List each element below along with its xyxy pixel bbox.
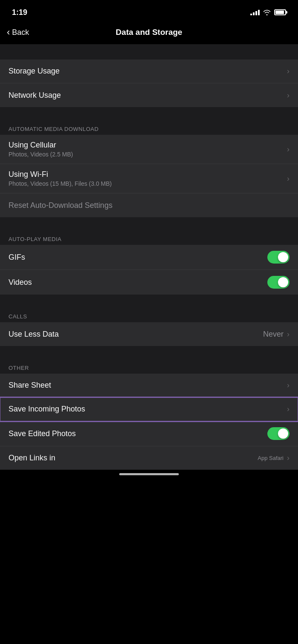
home-bar <box>119 473 179 475</box>
share-sheet-chevron: › <box>287 381 289 390</box>
storage-usage-chevron: › <box>287 67 289 76</box>
use-less-data-value: Never <box>263 330 284 339</box>
back-chevron-icon: ‹ <box>7 28 10 37</box>
using-cellular-subtitle: Photos, Videos (2.5 MB) <box>9 151 287 158</box>
save-incoming-photos-label: Save Incoming Photos <box>9 405 85 413</box>
reset-auto-download-item[interactable]: Reset Auto-Download Settings <box>0 193 298 217</box>
section-gap-top <box>0 44 298 60</box>
open-links-chevron: › <box>287 454 289 462</box>
gifs-item: GIFs <box>0 245 298 270</box>
save-incoming-photos-item[interactable]: Save Incoming Photos › <box>0 397 298 421</box>
reset-auto-download-label: Reset Auto-Download Settings <box>9 201 112 210</box>
save-edited-photos-toggle[interactable] <box>267 427 289 440</box>
page-title: Data and Storage <box>116 28 182 37</box>
other-header: OTHER <box>0 361 298 374</box>
auto-play-header: AUTO-PLAY MEDIA <box>0 233 298 245</box>
auto-play-gap <box>0 217 298 233</box>
calls-header: CALLS <box>0 310 298 322</box>
using-wifi-label: Using Wi-Fi <box>9 170 287 179</box>
use-less-data-label: Use Less Data <box>9 330 59 338</box>
signal-icon <box>250 9 260 15</box>
open-links-value: App Safari <box>258 455 284 461</box>
share-sheet-item[interactable]: Share Sheet › <box>0 374 298 397</box>
videos-label: Videos <box>9 278 32 287</box>
auto-download-header: AUTOMATIC MEDIA DOWNLOAD <box>0 122 298 135</box>
home-indicator <box>0 470 298 478</box>
share-sheet-label: Share Sheet <box>9 381 51 389</box>
status-bar: 1:19 <box>0 0 298 22</box>
wifi-icon <box>263 9 271 15</box>
auto-download-section: Using Cellular Photos, Videos (2.5 MB) ›… <box>0 135 298 217</box>
network-usage-item[interactable]: Network Usage › <box>0 83 298 107</box>
using-cellular-item[interactable]: Using Cellular Photos, Videos (2.5 MB) › <box>0 135 298 164</box>
storage-usage-item[interactable]: Storage Usage › <box>0 60 298 83</box>
calls-gap <box>0 295 298 310</box>
videos-toggle[interactable] <box>267 276 289 289</box>
back-label: Back <box>12 28 29 37</box>
storage-section: Storage Usage › Network Usage › <box>0 60 298 107</box>
gifs-toggle[interactable] <box>267 251 289 264</box>
videos-toggle-knob <box>278 277 288 287</box>
auto-play-section: GIFs Videos <box>0 245 298 295</box>
use-less-data-chevron: › <box>287 330 289 339</box>
using-wifi-item[interactable]: Using Wi-Fi Photos, Videos (15 MB), File… <box>0 164 298 193</box>
gifs-label: GIFs <box>9 253 25 261</box>
open-links-label: Open Links in <box>9 454 55 462</box>
use-less-data-item[interactable]: Use Less Data Never › <box>0 322 298 346</box>
save-edited-photos-toggle-knob <box>278 428 288 439</box>
back-button[interactable]: ‹ Back <box>7 28 29 37</box>
open-links-item[interactable]: Open Links in App Safari › <box>0 446 298 470</box>
storage-usage-label: Storage Usage <box>9 67 60 75</box>
gifs-toggle-knob <box>278 252 288 262</box>
nav-header: ‹ Back Data and Storage <box>0 22 298 44</box>
status-time: 1:19 <box>12 8 27 17</box>
calls-section: Use Less Data Never › <box>0 322 298 346</box>
using-cellular-chevron: › <box>287 145 289 154</box>
using-wifi-chevron: › <box>287 174 289 183</box>
network-usage-label: Network Usage <box>9 91 61 99</box>
videos-item: Videos <box>0 270 298 295</box>
status-icons <box>250 9 286 15</box>
using-wifi-subtitle: Photos, Videos (15 MB), Files (3.0 MB) <box>9 180 287 187</box>
other-gap <box>0 346 298 361</box>
using-cellular-label: Using Cellular <box>9 141 287 150</box>
battery-icon <box>274 9 286 15</box>
auto-download-gap <box>0 107 298 122</box>
other-section: Share Sheet › Save Incoming Photos › Sav… <box>0 374 298 446</box>
save-edited-photos-item: Save Edited Photos <box>0 421 298 446</box>
save-incoming-photos-chevron: › <box>287 405 289 414</box>
save-edited-photos-label: Save Edited Photos <box>9 429 76 438</box>
network-usage-chevron: › <box>287 91 289 100</box>
